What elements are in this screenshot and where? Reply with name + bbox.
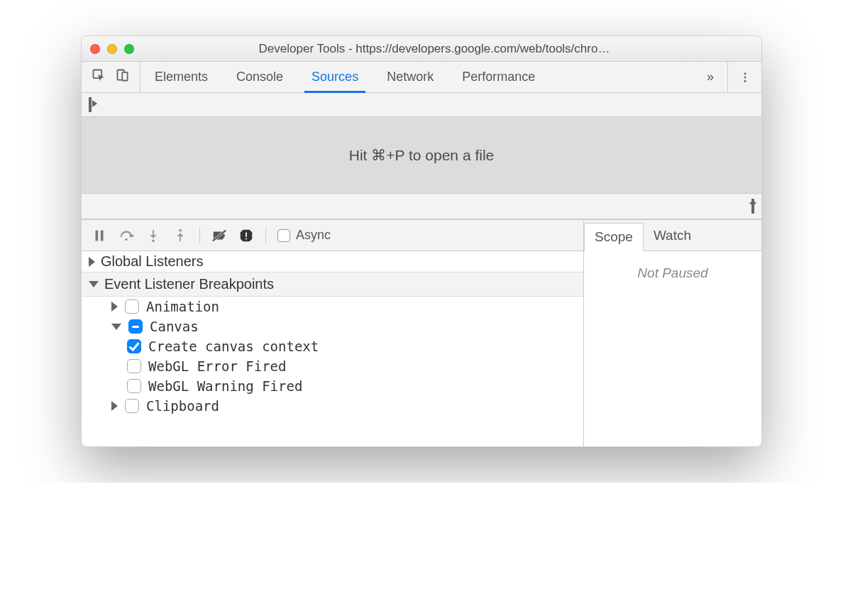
window-title: Developer Tools - https://developers.goo…: [144, 42, 753, 56]
separator: [199, 227, 200, 244]
clipboard-row[interactable]: Clipboard: [82, 396, 583, 416]
titlebar: Developer Tools - https://developers.goo…: [82, 36, 761, 62]
devtools-window: Developer Tools - https://developers.goo…: [81, 35, 762, 447]
webgl-warning-label: WebGL Warning Fired: [148, 378, 302, 394]
svg-point-5: [744, 79, 746, 82]
canvas-checkbox[interactable]: [128, 319, 143, 334]
svg-rect-2: [122, 72, 128, 81]
async-checkbox[interactable]: [277, 229, 290, 242]
svg-rect-13: [246, 232, 247, 236]
event-listener-breakpoints-header[interactable]: Event Listener Breakpoints: [82, 272, 583, 297]
clipboard-label: Clipboard: [146, 398, 219, 414]
async-toggle[interactable]: Async: [277, 228, 331, 243]
animation-label: Animation: [146, 299, 219, 314]
expand-arrow-icon[interactable]: [111, 302, 118, 312]
step-out-icon[interactable]: [172, 228, 188, 243]
canvas-label: Canvas: [150, 319, 199, 334]
drawer-toggle-row: [82, 194, 761, 219]
animation-row[interactable]: Animation: [82, 297, 583, 317]
minimize-window-button[interactable]: [107, 44, 117, 54]
section-label: Event Listener Breakpoints: [104, 276, 274, 292]
breakpoints-tree: Global Listeners Event Listener Breakpoi…: [82, 251, 583, 446]
webgl-error-label: WebGL Error Fired: [148, 358, 286, 374]
animation-checkbox[interactable]: [125, 299, 139, 314]
async-label: Async: [296, 228, 331, 243]
deactivate-breakpoints-icon[interactable]: [211, 228, 227, 243]
create-canvas-label: Create canvas context: [148, 339, 319, 354]
svg-point-4: [744, 76, 746, 78]
sources-subtoolbar: [82, 93, 761, 117]
open-file-hint: Hit ⌘+P to open a file: [82, 117, 761, 194]
create-canvas-context-row[interactable]: Create canvas context: [82, 336, 583, 356]
svg-point-8: [125, 238, 128, 241]
toggle-drawer-icon[interactable]: [751, 200, 754, 213]
webgl-error-row[interactable]: WebGL Error Fired: [82, 356, 583, 376]
more-tabs-button[interactable]: »: [693, 62, 727, 92]
collapse-arrow-icon[interactable]: [89, 281, 99, 287]
global-listeners-label: Global Listeners: [101, 253, 204, 270]
clipboard-checkbox[interactable]: [125, 399, 139, 413]
traffic-lights: [90, 44, 134, 54]
device-toggle-icon[interactable]: [116, 68, 130, 86]
inspect-icon[interactable]: [92, 68, 106, 86]
tab-sources[interactable]: Sources: [297, 62, 373, 92]
webgl-warning-row[interactable]: WebGL Warning Fired: [82, 376, 583, 396]
scope-panel: Scope Watch Not Paused: [584, 220, 761, 446]
tab-network[interactable]: Network: [373, 62, 448, 92]
canvas-row[interactable]: Canvas: [82, 317, 583, 336]
kebab-menu-icon[interactable]: [727, 62, 761, 92]
create-canvas-checkbox[interactable]: [127, 339, 141, 353]
svg-point-9: [152, 239, 155, 242]
close-window-button[interactable]: [90, 44, 100, 54]
svg-point-3: [744, 72, 746, 75]
show-navigator-icon[interactable]: [89, 99, 92, 111]
tab-elements[interactable]: Elements: [140, 62, 222, 92]
step-over-icon[interactable]: [119, 228, 134, 243]
webgl-warning-checkbox[interactable]: [127, 379, 141, 393]
debugger-panel: Async Global Listeners Event Listener Br…: [82, 220, 584, 446]
pause-icon[interactable]: [92, 228, 107, 243]
global-listeners-row[interactable]: Global Listeners: [82, 251, 583, 272]
tab-scope[interactable]: Scope: [584, 223, 644, 251]
pause-on-exceptions-icon[interactable]: [238, 228, 254, 243]
expand-arrow-icon[interactable]: [111, 401, 118, 411]
tab-performance[interactable]: Performance: [448, 62, 549, 92]
webgl-error-checkbox[interactable]: [127, 359, 141, 373]
separator: [265, 227, 266, 244]
svg-point-10: [179, 229, 182, 231]
tab-console[interactable]: Console: [222, 62, 297, 92]
zoom-window-button[interactable]: [124, 44, 134, 54]
debugger-toolbar: Async: [82, 220, 583, 251]
svg-rect-6: [96, 230, 99, 241]
scope-watch-tabs: Scope Watch: [584, 220, 761, 251]
tab-watch[interactable]: Watch: [644, 220, 701, 251]
sources-split: Async Global Listeners Event Listener Br…: [82, 219, 761, 446]
step-into-icon[interactable]: [145, 228, 161, 243]
devtools-toolbar: Elements Console Sources Network Perform…: [82, 62, 761, 93]
not-paused-label: Not Paused: [584, 251, 761, 446]
svg-rect-7: [101, 230, 104, 241]
svg-rect-14: [246, 238, 247, 239]
collapse-arrow-icon[interactable]: [111, 324, 121, 330]
expand-arrow-icon[interactable]: [89, 257, 95, 267]
